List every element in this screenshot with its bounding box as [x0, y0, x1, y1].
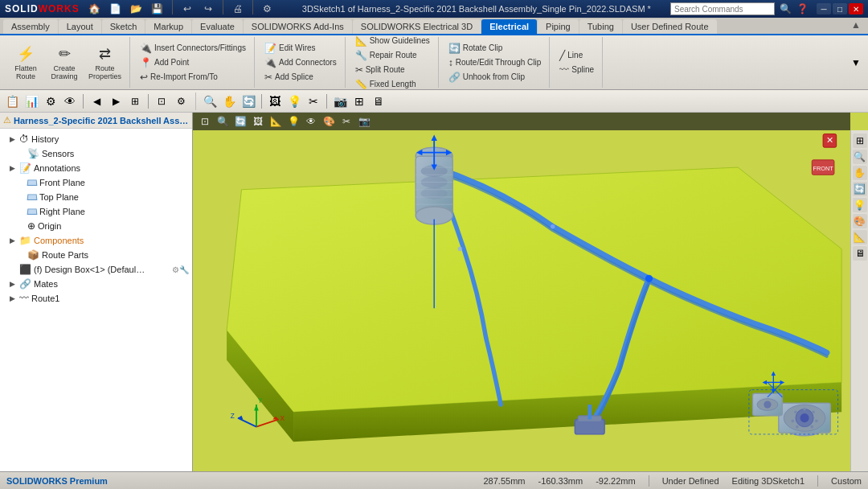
undo-icon[interactable]: ↩ — [178, 0, 196, 18]
sidebar-item-route1[interactable]: ▶ 〰 Route1 — [2, 291, 190, 306]
tab-markup[interactable]: Markup — [145, 19, 191, 34]
save-icon[interactable]: 💾 — [149, 0, 166, 18]
vp-right-btn-1[interactable]: ⊞ — [853, 134, 867, 148]
settings2-icon[interactable]: ⚙ — [172, 92, 190, 110]
help-icon[interactable]: ❓ — [796, 3, 809, 14]
config-mgr-icon[interactable]: ⚙ — [42, 92, 59, 110]
minimize-button[interactable]: ─ — [817, 3, 831, 14]
zoom-fit-icon[interactable]: ⊡ — [153, 92, 170, 110]
add-point-button[interactable]: 📍 Add Point — [137, 56, 249, 69]
insert-connectors-button[interactable]: 🔌 Insert Connectors/Fittings — [137, 42, 249, 55]
unhook-button[interactable]: 🔗 Unhook from Clip — [445, 71, 545, 84]
tab-tubing[interactable]: Tubing — [579, 19, 622, 34]
property-mgr-icon[interactable]: 📊 — [23, 92, 40, 110]
rotate-clip-button[interactable]: 🔄 Rotate Clip — [445, 42, 545, 55]
spline-button[interactable]: 〰 Spline — [556, 64, 597, 76]
add-connectors-button[interactable]: 🔌 Add Connectors — [261, 56, 340, 69]
create-drawing-button[interactable]: ✏ CreateDrawing — [47, 42, 82, 84]
feature-tree-icon[interactable]: 📋 — [3, 92, 21, 110]
search-icon[interactable]: 🔍 — [780, 3, 792, 14]
show-guidelines-button[interactable]: 📐 Show Guidelines — [352, 35, 433, 47]
viewport[interactable]: ⊡ 🔍 🔄 🖼 📐 💡 👁 🎨 ✂ 📷 — [193, 113, 868, 471]
sidebar-item-components[interactable]: ▶ 📁 Components — [2, 233, 190, 248]
front-plane-icon — [27, 179, 38, 186]
vp-section-view-icon[interactable]: ✂ — [339, 114, 354, 129]
vp-right-btn-8[interactable]: 🖥 — [853, 246, 867, 261]
vp-display-style-icon[interactable]: 🖼 — [251, 114, 265, 129]
nav-left-icon[interactable]: ◀ — [88, 92, 105, 110]
tab-evaluate[interactable]: Evaluate — [192, 19, 243, 34]
maximize-button[interactable]: □ — [833, 3, 847, 14]
ribbon-group-wires: 📝 Edit Wires 🔌 Add Connectors ✂ Add Spli… — [256, 37, 346, 88]
tab-sw-addins[interactable]: SOLIDWORKS Add-Ins — [244, 19, 352, 34]
sidebar-item-route-parts[interactable]: 📦 Route Parts — [2, 248, 190, 262]
vp-camera2-icon[interactable]: 📷 — [357, 114, 371, 129]
vp-camera-icon[interactable]: 📷 — [331, 92, 349, 110]
vp-monitor-icon[interactable]: 🖥 — [370, 92, 387, 110]
vp-right-btn-3[interactable]: ✋ — [853, 166, 867, 180]
ribbon-collapse-icon[interactable]: ▲ — [847, 16, 865, 34]
sidebar-item-origin[interactable]: ⊕ Origin — [2, 219, 190, 233]
display-mgr-icon[interactable]: 👁 — [61, 92, 79, 110]
vp-pan-icon[interactable]: ✋ — [220, 92, 238, 110]
sidebar-item-front-plane[interactable]: Front Plane — [2, 175, 190, 190]
vp-right-btn-2[interactable]: 🔍 — [853, 150, 867, 164]
vp-zoom-icon[interactable]: 🔍 — [201, 92, 219, 110]
ribbon-expand-icon[interactable]: ▼ — [847, 54, 865, 72]
vp-appear-icon[interactable]: 🎨 — [321, 114, 336, 129]
sidebar-item-annotations[interactable]: ▶ 📝 Annotations — [2, 161, 190, 175]
sidebar-item-sensors[interactable]: 📡 Sensors — [2, 146, 190, 161]
vp-right-btn-5[interactable]: 💡 — [853, 198, 867, 212]
vp-section-icon[interactable]: ✂ — [305, 92, 322, 110]
vp-lighting-icon[interactable]: 💡 — [285, 92, 303, 110]
vp-grid-icon[interactable]: ⊞ — [350, 92, 368, 110]
open-icon[interactable]: 📂 — [128, 0, 145, 18]
add-splice-button[interactable]: ✂ Add Splice — [261, 71, 340, 84]
close-button[interactable]: ✕ — [849, 3, 863, 14]
vp-display-icon[interactable]: 🖼 — [266, 92, 284, 110]
print-icon[interactable]: 🖨 — [229, 0, 247, 18]
components-label: Components — [34, 236, 84, 245]
tab-layout[interactable]: Layout — [59, 19, 101, 34]
sidebar-item-top-plane[interactable]: Top Plane — [2, 190, 190, 204]
tab-assembly[interactable]: Assembly — [3, 19, 58, 34]
split-route-button[interactable]: ✂ Split Route — [352, 64, 433, 76]
redo-icon[interactable]: ↪ — [199, 0, 217, 18]
reimport-button[interactable]: ↩ Re-Import From/To — [137, 71, 249, 84]
vp-hide-show-icon[interactable]: 👁 — [304, 114, 318, 129]
tab-sketch[interactable]: Sketch — [102, 19, 145, 34]
edit-wires-button[interactable]: 📝 Edit Wires — [261, 42, 340, 55]
search-input[interactable] — [670, 2, 775, 15]
sidebar-item-right-plane[interactable]: Right Plane — [2, 204, 190, 219]
line-button[interactable]: ╱ Line — [556, 49, 597, 62]
tab-electrical[interactable]: Electrical — [481, 19, 537, 34]
fixed-length-button[interactable]: 📏 Fixed Length — [352, 78, 433, 91]
nav-right-icon[interactable]: ▶ — [107, 92, 125, 110]
vp-right-btn-7[interactable]: 📐 — [853, 230, 867, 244]
vp-rotate3d-icon[interactable]: 🔄 — [233, 114, 248, 129]
svg-marker-0 — [227, 167, 841, 412]
home-icon[interactable]: 🏠 — [86, 0, 104, 18]
flatten-route-button[interactable]: ⚡ FlattenRoute — [8, 42, 43, 84]
repair-route-button[interactable]: 🔧 Repair Route — [352, 49, 433, 62]
vp-zoom-fit-icon[interactable]: ⊡ — [198, 114, 212, 129]
guidelines-icon: 📐 — [355, 35, 367, 47]
route-through-clip-button[interactable]: ↕ Route/Edit Through Clip — [445, 56, 545, 69]
options-icon[interactable]: ⚙ — [259, 0, 276, 18]
vp-view-orient-icon[interactable]: 📐 — [268, 114, 283, 129]
vp-right-btn-4[interactable]: 🔄 — [853, 182, 867, 196]
expand-sidebar-icon[interactable]: ⊞ — [126, 92, 144, 110]
tab-sw-electrical-3d[interactable]: SOLIDWORKS Electrical 3D — [353, 19, 481, 34]
sidebar-item-design-box[interactable]: ⬛ (f) Design Box<1> (Default) <<Default>… — [2, 262, 190, 277]
vp-rotate-icon[interactable]: 🔄 — [240, 92, 257, 110]
tab-user-defined-route[interactable]: User Defined Route — [623, 19, 717, 34]
sidebar-item-mates[interactable]: ▶ 🔗 Mates — [2, 277, 190, 291]
vp-right-btn-6[interactable]: 🎨 — [853, 214, 867, 228]
sidebar-item-history[interactable]: ▶ ⏱ History — [2, 132, 190, 146]
vp-zoom-in-icon[interactable]: 🔍 — [215, 114, 230, 129]
vp-scene-icon[interactable]: 💡 — [286, 114, 301, 129]
route-properties-button[interactable]: ⇄ RouteProperties — [85, 42, 125, 84]
right-plane-icon — [27, 208, 38, 215]
new-icon[interactable]: 📄 — [107, 0, 125, 18]
tab-piping[interactable]: Piping — [538, 19, 579, 34]
